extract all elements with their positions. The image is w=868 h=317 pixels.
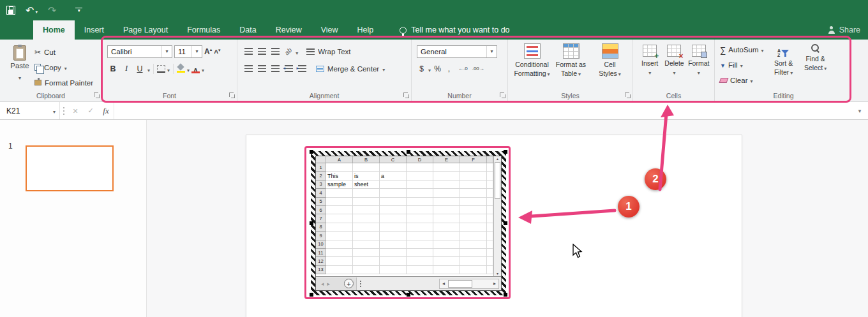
row-header-7[interactable]: 7	[316, 214, 326, 223]
row-header-8[interactable]: 8	[316, 223, 326, 232]
cell-D10[interactable]	[407, 240, 433, 249]
cell-B8[interactable]	[353, 223, 380, 232]
redo-icon[interactable]	[48, 4, 56, 17]
save-icon[interactable]	[6, 6, 15, 15]
cell-B7[interactable]	[353, 214, 380, 223]
cell-B5[interactable]	[353, 198, 380, 206]
number-format-combo[interactable]: General	[417, 45, 497, 58]
paste-chevron-icon[interactable]	[19, 71, 21, 82]
cell-D7[interactable]	[407, 214, 433, 223]
horizontal-scroll-thumb[interactable]	[448, 280, 472, 288]
orientation-icon[interactable]	[283, 47, 294, 57]
format-cells-button[interactable]: Format	[687, 45, 710, 76]
chevron-down-icon[interactable]	[191, 46, 202, 57]
font-name-combo[interactable]: Calibri	[107, 45, 172, 58]
cell-B12[interactable]	[353, 257, 380, 265]
fill-chevron-icon[interactable]	[740, 61, 743, 69]
tab-review[interactable]: Review	[266, 20, 311, 40]
cell-B10[interactable]	[353, 240, 380, 249]
font-color-chevron-icon[interactable]	[202, 63, 204, 75]
cell-B3[interactable]: sheet	[353, 181, 380, 189]
cell-D3[interactable]	[407, 181, 433, 189]
new-sheet-icon[interactable]: +	[344, 279, 354, 288]
tell-me-box[interactable]: Tell me what you want to do	[400, 20, 509, 40]
cell-styles-chevron-icon[interactable]	[618, 70, 621, 78]
row-header-2[interactable]: 2	[316, 172, 326, 180]
alignment-dialog-launcher[interactable]	[403, 92, 409, 98]
cell-B2[interactable]: is	[353, 172, 380, 180]
cell-C9[interactable]	[380, 232, 407, 240]
decrease-font-size-button[interactable]: A▾	[214, 48, 220, 55]
row-header-4[interactable]: 4	[316, 189, 326, 197]
align-top-icon[interactable]	[244, 48, 253, 55]
cell-E1[interactable]	[433, 163, 460, 172]
cell-A13[interactable]	[326, 266, 353, 274]
cell-B9[interactable]	[353, 232, 380, 240]
cut-button[interactable]: Cut	[34, 45, 93, 59]
tab-help[interactable]: Help	[348, 20, 384, 40]
cell-B11[interactable]	[353, 249, 380, 257]
resize-handle-top-left[interactable]	[310, 150, 313, 154]
cell-E13[interactable]	[433, 266, 460, 274]
clear-button[interactable]: Clear	[720, 74, 764, 87]
name-box[interactable]: K21	[0, 102, 60, 119]
cell-A6[interactable]	[326, 206, 353, 214]
undo-chevron-icon[interactable]	[35, 4, 38, 16]
scroll-right-icon[interactable]: ▸	[491, 281, 498, 286]
increase-decimal-icon[interactable]	[458, 66, 468, 71]
cell-D11[interactable]	[407, 249, 433, 257]
align-left-icon[interactable]	[244, 65, 253, 72]
cell-E3[interactable]	[433, 181, 460, 189]
resize-handle-right[interactable]	[504, 221, 507, 225]
scroll-left-icon[interactable]: ◂	[440, 281, 447, 286]
format-as-table-button[interactable]: Format as Table	[552, 43, 590, 77]
delete-chevron-icon[interactable]	[673, 68, 675, 77]
vertical-scroll-thumb[interactable]	[495, 162, 500, 199]
cell-C8[interactable]	[380, 223, 407, 232]
enter-icon[interactable]	[83, 102, 98, 119]
row-header-3[interactable]: 3	[316, 181, 326, 189]
cell-A3[interactable]: sample	[326, 181, 353, 189]
cell-A2[interactable]: This	[326, 172, 353, 180]
formula-input[interactable]	[114, 102, 851, 119]
row-header-10[interactable]: 10	[316, 240, 326, 249]
resize-handle-left[interactable]	[310, 221, 313, 225]
cell-F4[interactable]	[460, 189, 487, 197]
cell-D1[interactable]	[407, 163, 433, 172]
tab-page-layout[interactable]: Page Layout	[114, 20, 177, 40]
comma-style-button[interactable]: ,	[444, 64, 454, 73]
row-header-9[interactable]: 9	[316, 232, 326, 240]
cell-C5[interactable]	[380, 198, 407, 206]
merge-center-button[interactable]: Merge & Center	[316, 65, 385, 73]
column-header-F[interactable]: F	[460, 156, 487, 163]
clipboard-dialog-launcher[interactable]	[94, 92, 100, 98]
format-painter-button[interactable]: Format Painter	[34, 76, 93, 89]
tab-data[interactable]: Data	[230, 20, 266, 40]
cell-C6[interactable]	[380, 206, 407, 214]
horizontal-scrollbar[interactable]: ◂ ▸	[439, 279, 499, 289]
undo-button[interactable]	[26, 4, 38, 17]
font-size-combo[interactable]: 11	[174, 45, 202, 58]
find-select-chevron-icon[interactable]	[824, 64, 827, 72]
format-chevron-icon[interactable]	[698, 68, 700, 77]
share-button[interactable]: Share	[828, 20, 860, 40]
copy-button[interactable]: Copy	[34, 61, 93, 74]
column-header-A[interactable]: A	[326, 156, 353, 163]
copy-chevron-icon[interactable]	[64, 64, 67, 71]
cell-E9[interactable]	[433, 232, 460, 240]
cell-F7[interactable]	[460, 214, 487, 223]
cell-C11[interactable]	[380, 249, 407, 257]
cell-A10[interactable]	[326, 240, 353, 249]
cell-E2[interactable]	[433, 172, 460, 180]
cell-F6[interactable]	[460, 206, 487, 214]
resize-handle-bottom-left[interactable]	[310, 293, 313, 297]
cell-F2[interactable]	[460, 172, 487, 180]
cell-D6[interactable]	[407, 206, 433, 214]
resize-handle-bottom[interactable]	[407, 293, 410, 297]
autosum-chevron-icon[interactable]	[761, 46, 764, 54]
fill-button[interactable]: Fill	[720, 59, 764, 71]
cell-F3[interactable]	[460, 181, 487, 189]
cell-B6[interactable]	[353, 206, 380, 214]
row-header-12[interactable]: 12	[316, 257, 326, 265]
cell-F10[interactable]	[460, 240, 487, 249]
